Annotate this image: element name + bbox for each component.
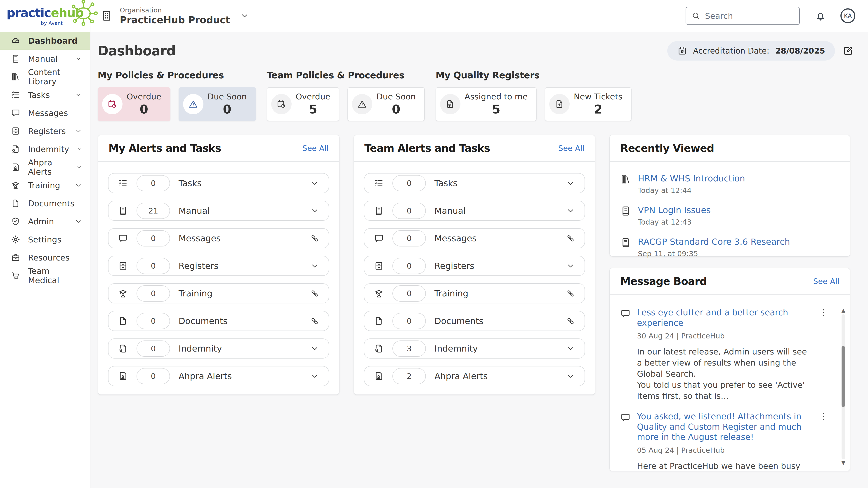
card-title: Team Alerts and Tasks	[364, 142, 490, 154]
count-badge: 0	[136, 285, 170, 302]
alert-row-messages[interactable]: 0Messages	[364, 228, 585, 248]
alert-row-indemnity[interactable]: 0Indemnity	[108, 338, 329, 359]
alert-row-manual[interactable]: 0Manual	[364, 201, 585, 221]
chevron-down-icon[interactable]	[310, 344, 319, 353]
recently-viewed-time: Sep 11, at 09:35	[638, 250, 790, 258]
sidebar-item-indemnity[interactable]: Indemnity	[0, 140, 90, 158]
chevron-down-icon[interactable]	[310, 372, 319, 381]
recently-viewed-link[interactable]: RACGP Standard Core 3.6 Research	[638, 237, 790, 247]
count-badge: 21	[136, 203, 170, 219]
edit-accreditation-icon[interactable]	[843, 45, 854, 56]
recently-viewed-link[interactable]: HRM & WHS Introduction	[638, 173, 745, 184]
sidebar-item-label: Tasks	[28, 90, 50, 100]
chat-icon	[620, 308, 631, 319]
message-title-link[interactable]: Less eye clutter and a better search exp…	[637, 307, 813, 328]
link-icon[interactable]	[566, 289, 575, 298]
link-icon[interactable]	[310, 234, 319, 243]
link-icon[interactable]	[566, 234, 575, 243]
sidebar-item-content-library[interactable]: Content Library	[0, 68, 90, 86]
link-icon[interactable]	[310, 289, 319, 298]
sidebar-item-tasks[interactable]: Tasks	[0, 86, 90, 104]
sidebar-item-dashboard[interactable]: Dashboard	[0, 32, 90, 50]
sidebar-item-documents[interactable]: Documents	[0, 194, 90, 213]
team-alerts-see-all-link[interactable]: See All	[558, 144, 585, 153]
stat-card-my-overdue[interactable]: Overdue0	[98, 87, 170, 121]
sidebar-item-training[interactable]: Training	[0, 176, 90, 194]
alert-row-training[interactable]: 0Training	[108, 283, 329, 303]
alert-row-indemnity[interactable]: 3Indemnity	[364, 338, 585, 359]
alert-row-tasks[interactable]: 0Tasks	[364, 173, 585, 193]
organisation-selector[interactable]: Organisation PracticeHub Product	[100, 6, 249, 26]
shield-icon	[11, 217, 20, 226]
message-title-link[interactable]: You asked, we listened! Attachments in Q…	[637, 412, 813, 442]
message-body: In our latest release, Admin users will …	[637, 346, 813, 401]
calendar-alert-icon	[271, 94, 291, 114]
sidebar-item-admin[interactable]: Admin	[0, 213, 90, 230]
stat-card-team-due-soon[interactable]: Due Soon0	[347, 87, 425, 121]
book-icon	[620, 205, 631, 217]
link-icon[interactable]	[310, 317, 319, 326]
message-board-see-all-link[interactable]: See All	[813, 277, 839, 286]
alert-row-ahpra-alerts[interactable]: 0Ahpra Alerts	[108, 366, 329, 386]
sidebar-item-settings[interactable]: Settings	[0, 230, 90, 249]
alert-row-training[interactable]: 0Training	[364, 283, 585, 303]
chevron-down-icon[interactable]	[310, 179, 319, 188]
stat-value: 0	[223, 102, 231, 116]
stats-group-title: My Policies & Procedures	[98, 70, 256, 80]
stat-card-team-overdue[interactable]: Overdue5	[267, 87, 340, 121]
stats-group-team-policies: Team Policies & Procedures Overdue5 Due …	[267, 70, 425, 121]
library-icon	[620, 174, 631, 185]
recently-viewed-link[interactable]: VPN Login Issues	[638, 205, 711, 215]
sidebar-item-label: Registers	[28, 127, 66, 136]
stat-card-my-due-soon[interactable]: Due Soon0	[179, 87, 256, 121]
recently-viewed-time: Today at 12:43	[638, 218, 711, 226]
alert-row-tasks[interactable]: 0Tasks	[108, 173, 329, 193]
chat-icon	[118, 233, 128, 243]
chevron-down-icon[interactable]	[310, 261, 319, 270]
count-badge: 0	[393, 203, 426, 219]
scroll-down-icon[interactable]: ▼	[842, 460, 845, 466]
stats-row: My Policies & Procedures Overdue0 Due So…	[98, 70, 854, 121]
link-icon[interactable]	[566, 317, 575, 326]
chevron-down-icon[interactable]	[566, 261, 575, 270]
alert-row-messages[interactable]: 0Messages	[108, 228, 329, 248]
message-body-paragraph: Here at PracticeHub we have been busy ad…	[637, 460, 813, 471]
alert-row-registers[interactable]: 0Registers	[364, 256, 585, 276]
message-board-scrollbar[interactable]: ▲ ▼	[841, 307, 845, 466]
accreditation-date: 28/08/2025	[775, 46, 825, 55]
sidebar-item-ahpra-alerts[interactable]: Ahpra Alerts	[0, 158, 90, 176]
sidebar-item-resources[interactable]: Resources	[0, 249, 90, 267]
chevron-down-icon[interactable]	[566, 344, 575, 353]
sidebar-item-manual[interactable]: Manual	[0, 50, 90, 68]
alert-row-registers[interactable]: 0Registers	[108, 256, 329, 276]
alert-row-documents[interactable]: 0Documents	[364, 311, 585, 331]
stat-card-new-tickets[interactable]: New Tickets2	[545, 87, 631, 121]
app-logo[interactable]: practicehub by Avant	[0, 0, 90, 32]
kebab-menu-icon[interactable]	[822, 307, 825, 318]
my-alerts-see-all-link[interactable]: See All	[303, 144, 329, 153]
chevron-down-icon[interactable]	[566, 372, 575, 381]
recently-viewed-item[interactable]: VPN Login Issues Today at 12:43	[620, 205, 839, 226]
scroll-up-icon[interactable]: ▲	[842, 307, 845, 313]
notifications-bell-icon[interactable]	[815, 10, 827, 22]
chevron-down-icon[interactable]	[566, 206, 575, 215]
recently-viewed-item[interactable]: HRM & WHS Introduction Today at 12:44	[620, 173, 839, 195]
kebab-menu-icon[interactable]	[822, 412, 825, 422]
chevron-down-icon[interactable]	[566, 179, 575, 188]
search-input[interactable]	[705, 11, 806, 21]
sidebar-item-team-medical[interactable]: Team Medical	[0, 267, 90, 285]
chevron-down-icon	[74, 91, 82, 99]
user-avatar[interactable]: KA	[840, 8, 855, 23]
alert-row-ahpra-alerts[interactable]: 2Ahpra Alerts	[364, 366, 585, 386]
sidebar-item-registers[interactable]: Registers	[0, 122, 90, 140]
chat-icon	[11, 108, 20, 118]
stat-card-assigned-to-me[interactable]: Assigned to me5	[436, 87, 537, 121]
recently-viewed-item[interactable]: RACGP Standard Core 3.6 Research Sep 11,…	[620, 237, 839, 258]
scrollbar-track[interactable]	[842, 314, 845, 459]
alert-row-manual[interactable]: 21Manual	[108, 201, 329, 221]
chevron-down-icon[interactable]	[310, 206, 319, 215]
alert-row-documents[interactable]: 0Documents	[108, 311, 329, 331]
scrollbar-thumb[interactable]	[842, 346, 845, 407]
row-label: Tasks	[434, 178, 458, 188]
sidebar-item-messages[interactable]: Messages	[0, 104, 90, 122]
